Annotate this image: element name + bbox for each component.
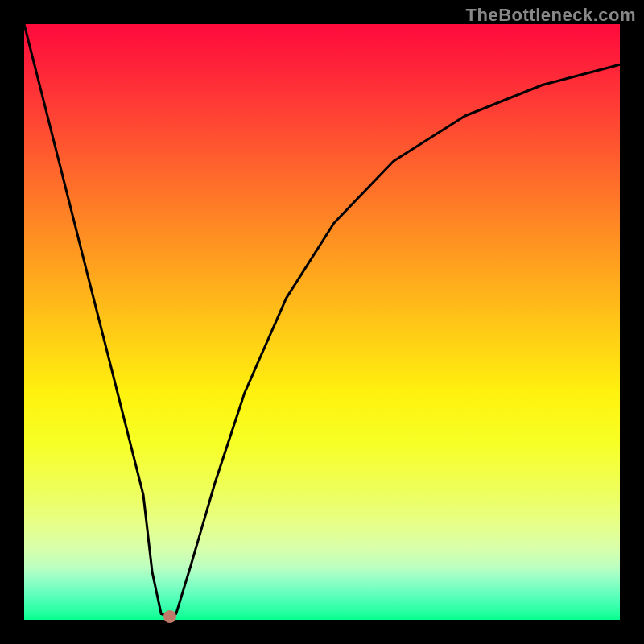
attribution-text: TheBottleneck.com	[466, 5, 636, 26]
chart-frame: TheBottleneck.com	[0, 0, 644, 644]
bottleneck-curve	[24, 24, 620, 620]
plot-area	[24, 24, 620, 620]
optimum-marker	[163, 610, 176, 623]
